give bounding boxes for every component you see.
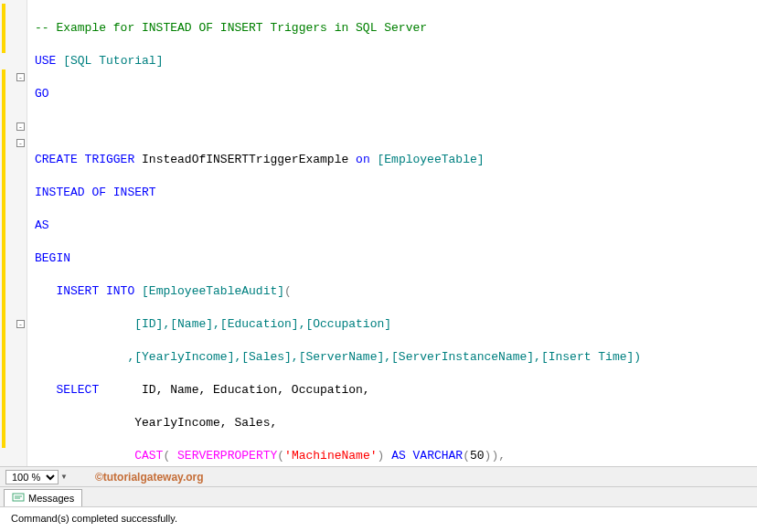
fold-toggle[interactable]: - [16, 320, 25, 328]
change-marker [2, 4, 5, 53]
watermark-text: ©tutorialgateway.org [95, 471, 204, 484]
editor-gutter: - - - - [0, 0, 27, 466]
code-editor[interactable]: - - - - -- Example for INSTEAD OF INSERT… [0, 0, 757, 466]
tab-label: Messages [28, 493, 74, 504]
change-marker [2, 69, 5, 448]
results-tab-bar: Messages [0, 486, 757, 506]
zoom-dropdown-icon: ▼ [60, 473, 68, 481]
fold-toggle[interactable]: - [16, 139, 25, 147]
message-text: Command(s) completed successfully. [11, 513, 177, 524]
svg-rect-0 [13, 494, 24, 501]
messages-tab[interactable]: Messages [4, 489, 82, 506]
fold-toggle[interactable]: - [16, 122, 25, 131]
messages-icon [12, 492, 25, 505]
sql-comment: -- Example for INSTEAD OF INSERT Trigger… [35, 21, 427, 35]
messages-panel: Command(s) completed successfully. [0, 506, 757, 532]
zoom-bar: 100 % ▼ ©tutorialgateway.org [0, 466, 757, 486]
fold-toggle[interactable]: - [16, 73, 25, 81]
zoom-select[interactable]: 100 % [5, 470, 59, 484]
code-content[interactable]: -- Example for INSTEAD OF INSERT Trigger… [27, 0, 757, 466]
